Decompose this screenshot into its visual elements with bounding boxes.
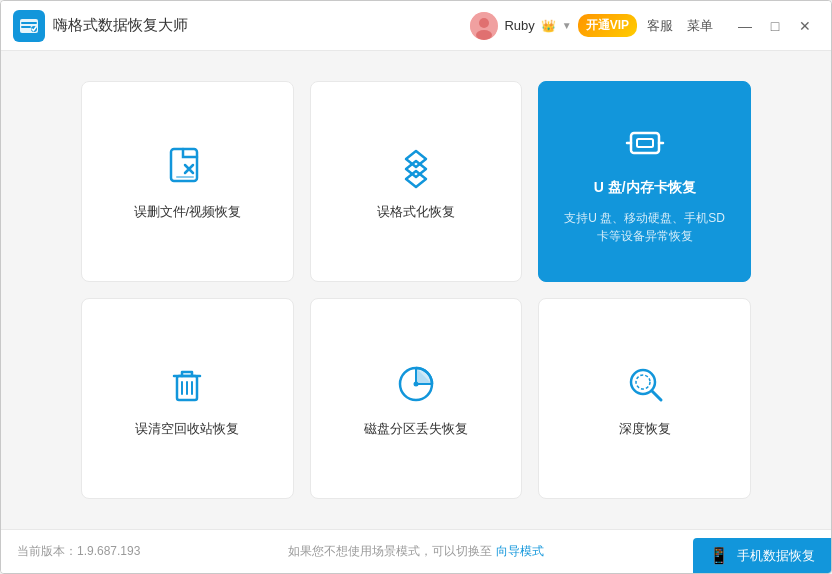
partition-icon <box>392 360 440 408</box>
usb-icon <box>621 119 669 167</box>
card-recycle-label: 误清空回收站恢复 <box>135 420 239 438</box>
app-window: 嗨格式数据恢复大师 Ruby 👑 ▼ 开通VIP 客服 菜单 — □ ✕ <box>0 0 832 574</box>
card-partition[interactable]: 磁盘分区丢失恢复 <box>310 298 523 499</box>
service-button[interactable]: 客服 <box>643 15 677 37</box>
file-delete-icon <box>163 143 211 191</box>
svg-point-17 <box>413 381 418 386</box>
window-controls: — □ ✕ <box>731 12 819 40</box>
phone-icon: 📱 <box>709 546 729 565</box>
card-recycle[interactable]: 误清空回收站恢复 <box>81 298 294 499</box>
guide-text: 如果您不想使用场景模式，可以切换至 向导模式 <box>288 543 543 560</box>
card-deep-label: 深度恢复 <box>619 420 671 438</box>
svg-rect-7 <box>637 139 653 147</box>
phone-recovery-button[interactable]: 📱 手机数据恢复 <box>693 538 831 573</box>
svg-point-20 <box>636 375 650 389</box>
minimize-button[interactable]: — <box>731 12 759 40</box>
version-text: 当前版本：1.9.687.193 <box>17 543 140 560</box>
guide-link[interactable]: 向导模式 <box>496 544 544 558</box>
card-delete-file-label: 误删文件/视频恢复 <box>134 203 242 221</box>
svg-line-19 <box>652 391 661 400</box>
card-delete-file[interactable]: 误删文件/视频恢复 <box>81 81 294 282</box>
main-content: 误删文件/视频恢复 误格式化恢复 <box>1 51 831 529</box>
menu-button[interactable]: 菜单 <box>683 15 717 37</box>
svg-point-4 <box>476 30 492 40</box>
card-deep[interactable]: 深度恢复 <box>538 298 751 499</box>
maximize-button[interactable]: □ <box>761 12 789 40</box>
crown-icon: 👑 <box>541 19 556 33</box>
dropdown-arrow-icon[interactable]: ▼ <box>562 20 572 31</box>
app-title: 嗨格式数据恢复大师 <box>53 16 188 35</box>
card-format-label: 误格式化恢复 <box>377 203 455 221</box>
bottom-bar: 当前版本：1.9.687.193 如果您不想使用场景模式，可以切换至 向导模式 … <box>1 529 831 573</box>
close-button[interactable]: ✕ <box>791 12 819 40</box>
deep-icon <box>621 360 669 408</box>
titlebar-right: Ruby 👑 ▼ 开通VIP 客服 菜单 — □ ✕ <box>470 12 819 40</box>
titlebar-left: 嗨格式数据恢复大师 <box>13 10 470 42</box>
avatar <box>470 12 498 40</box>
app-logo <box>13 10 45 42</box>
card-format[interactable]: 误格式化恢复 <box>310 81 523 282</box>
user-name: Ruby <box>504 18 534 33</box>
card-usb-label: U 盘/内存卡恢复 <box>594 179 696 197</box>
card-partition-label: 磁盘分区丢失恢复 <box>364 420 468 438</box>
card-usb-sublabel: 支持U 盘、移动硬盘、手机SD卡等设备异常恢复 <box>559 209 730 245</box>
recycle-icon <box>163 360 211 408</box>
card-usb[interactable]: U 盘/内存卡恢复 支持U 盘、移动硬盘、手机SD卡等设备异常恢复 <box>538 81 751 282</box>
svg-rect-6 <box>631 133 659 153</box>
format-icon <box>392 143 440 191</box>
svg-point-3 <box>479 18 489 28</box>
feature-grid: 误删文件/视频恢复 误格式化恢复 <box>81 81 751 499</box>
titlebar: 嗨格式数据恢复大师 Ruby 👑 ▼ 开通VIP 客服 菜单 — □ ✕ <box>1 1 831 51</box>
vip-button[interactable]: 开通VIP <box>578 14 637 37</box>
